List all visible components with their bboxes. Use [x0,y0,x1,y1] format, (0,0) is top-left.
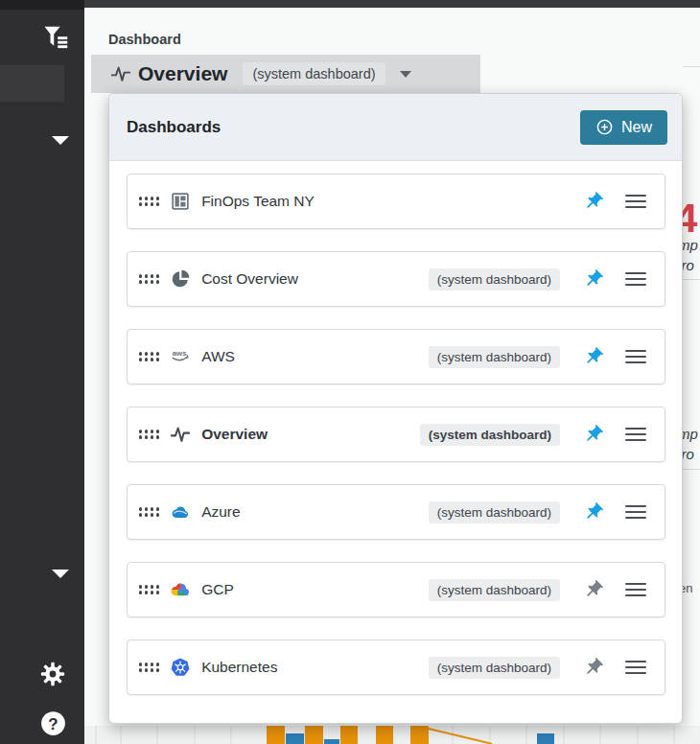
drag-handle-icon[interactable] [139,430,159,438]
plus-circle-icon [595,118,614,136]
dashboard-row[interactable]: Overview (system dashboard) [127,407,665,462]
row-menu-icon[interactable] [625,501,646,523]
background-chart-bar [376,726,393,744]
svg-text:?: ? [48,715,58,733]
dashboard-list: FinOps Team NY Cost Overview (system das… [109,161,682,695]
background-chart-bar [267,726,285,744]
dashboard-name: Kubernetes [201,659,277,676]
gcp-cloud-icon [170,579,191,600]
row-menu-icon[interactable] [625,657,646,678]
pin-icon[interactable] [583,501,604,523]
background-chart-bar [324,739,339,744]
row-menu-icon[interactable] [625,424,646,445]
new-dashboard-button[interactable]: New [580,110,667,145]
system-dashboard-badge: (system dashboard) [429,346,560,368]
chevron-down-icon[interactable] [400,71,411,78]
kubernetes-icon [170,657,191,678]
dashboard-name: Overview [201,426,268,443]
pin-icon[interactable] [583,579,604,600]
dashboard-row[interactable]: aws AWS (system dashboard) [127,329,665,384]
row-menu-icon[interactable] [625,579,646,600]
app-page: ? 4 mp cro mp cro en Dashboard Overview … [0,0,700,744]
dashboard-row[interactable]: Cost Overview (system dashboard) [127,251,665,307]
system-dashboard-badge: (system dashboard) [429,501,560,523]
system-dashboard-badge: (system dashboard) [429,268,560,291]
pin-icon[interactable] [583,424,604,445]
drag-handle-icon[interactable] [139,274,159,283]
background-divider [683,66,700,67]
dashboard-name: Azure [201,503,241,521]
system-dashboard-badge: (system dashboard) [420,424,560,446]
dashboard-row[interactable]: Kubernetes (system dashboard) [127,639,665,695]
background-chart-line [429,728,493,744]
background-chart-bar [537,733,554,744]
grid-layout-icon [170,191,191,212]
drag-handle-icon[interactable] [139,197,159,205]
help-icon[interactable]: ? [40,710,66,736]
drag-handle-icon[interactable] [139,507,159,516]
panel-title: Dashboards [127,118,221,137]
sidebar-caret-down-icon[interactable] [52,136,69,145]
dashboard-row[interactable]: GCP (system dashboard) [127,562,665,617]
sidebar-caret-down-icon[interactable] [52,570,69,578]
current-dashboard-title: Overview [138,62,227,85]
sidebar-top-strip [0,0,84,10]
dashboards-dropdown-panel: Dashboards New FinOps Team NY [108,93,683,724]
dashboard-name: GCP [201,581,234,598]
dashboard-name: AWS [201,348,235,365]
dashboard-name: Cost Overview [201,270,298,288]
dashboard-row[interactable]: FinOps Team NY [127,174,665,229]
row-menu-icon[interactable] [625,191,646,212]
background-chart-bar [286,733,304,744]
background-chart-bar [340,726,358,744]
dashboard-row[interactable]: Azure (system dashboard) [127,484,665,540]
settings-gear-icon[interactable] [39,661,66,687]
system-dashboard-badge: (system dashboard) [243,62,385,85]
system-dashboard-badge: (system dashboard) [429,579,560,601]
background-chart [84,726,700,744]
dashboard-name: FinOps Team NY [201,193,315,210]
aws-icon: aws [170,346,191,367]
azure-cloud-icon [170,501,191,523]
pulse-icon [110,63,131,84]
drag-handle-icon[interactable] [139,352,159,360]
system-dashboard-badge: (system dashboard) [429,657,560,679]
left-sidebar: ? [0,0,84,744]
row-menu-icon[interactable] [625,268,646,290]
background-chart-bar [305,726,323,744]
svg-text:aws: aws [173,349,187,358]
background-chart-bar [410,726,429,744]
sidebar-collapsed-item[interactable] [0,65,64,102]
dashboard-selector-trigger[interactable]: Overview (system dashboard) [91,55,480,93]
pulse-icon [170,424,191,445]
pin-icon[interactable] [583,191,604,212]
drag-handle-icon[interactable] [139,585,159,593]
pin-icon[interactable] [583,657,604,678]
panel-header: Dashboards New [109,94,682,161]
pin-icon[interactable] [583,346,604,367]
pie-chart-icon [170,268,191,290]
drag-handle-icon[interactable] [139,663,159,671]
pin-icon[interactable] [583,268,604,290]
top-bar [84,0,700,8]
filter-icon[interactable] [42,23,71,52]
breadcrumb: Dashboard [108,32,181,47]
new-button-label: New [621,119,652,136]
row-menu-icon[interactable] [625,346,646,367]
